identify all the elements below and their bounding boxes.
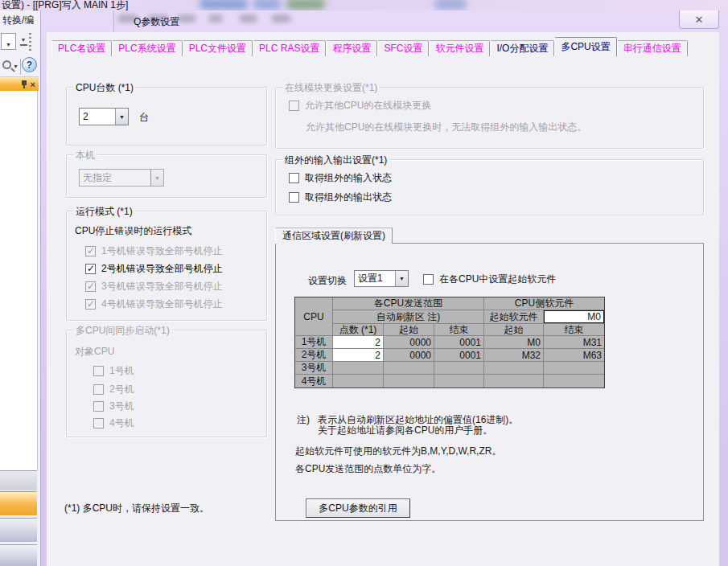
glass-edge-line — [113, 11, 114, 32]
toolbar-grip-handle[interactable] — [29, 33, 31, 51]
checkbox[interactable] — [289, 173, 299, 183]
col-group-send-range: 各CPU发送范围 — [333, 297, 484, 310]
sub-header-end: 结束 — [434, 324, 484, 336]
checkbox-label: 4号机 — [109, 416, 134, 430]
checkbox-row-cpu2-stop: 2号机错误导致全部号机停止 — [85, 263, 223, 274]
group-cpu-count: CPU台数 (*1) 2 ▼ 台 — [66, 87, 267, 146]
tab-plc-system[interactable]: PLC系统设置 — [112, 40, 182, 56]
glass-blur-blob — [208, 14, 223, 23]
underline-mark — [20, 44, 27, 46]
tab-io-assignment[interactable]: I/O分配设置 — [490, 40, 554, 56]
toolbar-combo-button[interactable]: ▼ — [1, 33, 16, 50]
toolbar-dropdown-button[interactable]: ▼ — [19, 37, 28, 48]
chevron-down-icon[interactable]: ▼ — [395, 271, 408, 286]
nav-stack-button-3[interactable] — [0, 518, 37, 542]
chevron-down-icon[interactable]: ▼ — [115, 109, 128, 125]
nav-stack-button-2[interactable] — [0, 491, 37, 515]
dev-start-cell: M32 — [484, 349, 544, 362]
chevron-down-icon: ▼ — [19, 37, 28, 43]
checkbox-row-online-module: 允许其他CPU的在线模块更换 — [289, 100, 431, 111]
checkbox-label: 2号机 — [109, 383, 134, 396]
end-cell: 0001 — [434, 349, 484, 362]
points-cell — [333, 375, 384, 388]
tab-device[interactable]: 软元件设置 — [429, 40, 490, 56]
cpu-count-unit: 台 — [139, 111, 149, 125]
tab-sfc[interactable]: SFC设置 — [377, 40, 429, 56]
cpu-count-value: 2 — [80, 111, 115, 122]
setting-switch-value: 设置1 — [355, 272, 395, 285]
tab-communication-area[interactable]: 通信区域设置(刷新设置) — [275, 228, 393, 244]
setting-switch-combobox[interactable]: 设置1 ▼ — [354, 270, 409, 287]
group-title: 多CPU间同步启动(*1) — [73, 324, 172, 338]
checkbox[interactable] — [423, 274, 434, 285]
tab-multi-cpu[interactable]: 多CPU设置 — [554, 37, 616, 56]
end-cell: 0001 — [434, 336, 484, 349]
start-cell: 0000 — [384, 336, 434, 349]
checkbox — [93, 384, 104, 395]
pin-icon[interactable] — [21, 80, 27, 88]
nav-stack-button-4[interactable] — [0, 544, 37, 566]
col-group-cpu-side: CPU侧软元件 — [484, 297, 604, 310]
dev-end-cell: M63 — [544, 349, 604, 362]
group-title: CPU台数 (*1) — [73, 81, 136, 95]
checkbox-label: 取得组外的输入状态 — [305, 171, 392, 185]
end-cell — [434, 362, 484, 375]
glass-blur-blob — [271, 14, 291, 23]
toolbar-separator — [20, 59, 21, 75]
checkbox-label: 取得组外的输出状态 — [305, 191, 392, 204]
help-glyph: ? — [27, 59, 32, 71]
checkbox — [93, 366, 104, 376]
tab-plc-name[interactable]: PLC名设置 — [51, 40, 112, 56]
checkbox-label: 3号机 — [109, 400, 134, 413]
glass-blur-blob — [239, 14, 257, 23]
wallpaper-blob — [286, 0, 325, 10]
points-cell[interactable]: 2 — [333, 336, 384, 349]
dialog-title: Q参数设置 — [134, 15, 179, 29]
checkbox-row-sync-cpu4: 4号机 — [93, 417, 134, 429]
tab-plc-file[interactable]: PLC文件设置 — [183, 40, 253, 56]
checkbox-row-head-device: 在各CPU中设置起始软元件 — [423, 273, 556, 285]
glass-blur-blob — [177, 14, 196, 23]
head-device-input[interactable]: M0 — [544, 310, 604, 323]
points-cell — [333, 362, 384, 375]
nav-stack-button-1[interactable] — [0, 470, 37, 490]
checkbox-row-cpu3-stop: 3号机错误导致全部号机停止 — [85, 281, 223, 292]
wallpaper-blob — [253, 0, 281, 10]
close-button[interactable]: ✕ — [679, 10, 719, 29]
checkbox-label: 4号机错误导致全部号机停止 — [101, 297, 223, 311]
q-parameter-dialog: Q参数设置 ✕ PLC名设置 PLC系统设置 PLC文件设置 PLC RAS设置… — [40, 10, 728, 566]
group-sync-start: 多CPU间同步启动(*1) 对象CPU 1号机 2号机 3号机 4号机 — [66, 330, 267, 437]
tab-program[interactable]: 程序设置 — [326, 40, 377, 56]
note-prefix: 注) — [297, 413, 310, 427]
chevron-down-icon[interactable]: ▼ — [13, 64, 19, 69]
checkbox-row-get-output: 取得组外的输出状态 — [289, 191, 392, 203]
host-combobox: 无指定 ▼ — [79, 169, 164, 187]
checkbox-label: 允许其他CPU的在线模块更换 — [305, 99, 431, 113]
refresh-settings-table: CPU 各CPU发送范围 CPU侧软元件 自动刷新区 注) 起始软元件 M0 点… — [294, 297, 605, 388]
sub-header-dev-start: 起始 — [484, 324, 544, 336]
note-line-3: 起始软元件可使用的软元件为B,M,Y,D,W,R,ZR。 — [295, 445, 501, 458]
multi-cpu-param-reference-button[interactable]: 多CPU参数的引用 — [306, 498, 410, 518]
tab-serial-comm[interactable]: 串行通信设置 — [617, 40, 688, 56]
group-out-of-group-io: 组外的输入输出设置(*1) 取得组外的输入状态 取得组外的输出状态 — [275, 159, 704, 215]
wallpaper-blob — [434, 0, 467, 10]
host-value: 无指定 — [80, 171, 150, 185]
checkbox[interactable] — [289, 192, 299, 203]
cpu-count-combobox[interactable]: 2 ▼ — [79, 108, 129, 125]
help-icon[interactable]: ? — [22, 57, 37, 72]
tab-plc-ras[interactable]: PLC RAS设置 — [253, 40, 326, 56]
docked-pane-body — [0, 91, 38, 470]
close-icon[interactable]: × — [31, 80, 35, 88]
search-icon[interactable] — [2, 60, 11, 69]
app-titlebar: 设置) - [[PRG]写入 MAIN 1步] — [0, 0, 728, 10]
start-cell: 0000 — [384, 349, 434, 362]
dialog-client-area: PLC名设置 PLC系统设置 PLC文件设置 PLC RAS设置 程序设置 SF… — [47, 32, 719, 566]
points-cell[interactable]: 2 — [333, 349, 384, 362]
dev-end-cell: M31 — [544, 336, 604, 349]
run-mode-subtitle: CPU停止错误时的运行模式 — [75, 224, 191, 238]
wallpaper-blob — [199, 0, 248, 10]
start-cell — [384, 362, 434, 375]
checkbox[interactable] — [85, 264, 96, 274]
group-title: 本机 — [73, 149, 97, 162]
note-line-4: 各CPU发送范围的点数单位为字。 — [295, 462, 441, 476]
